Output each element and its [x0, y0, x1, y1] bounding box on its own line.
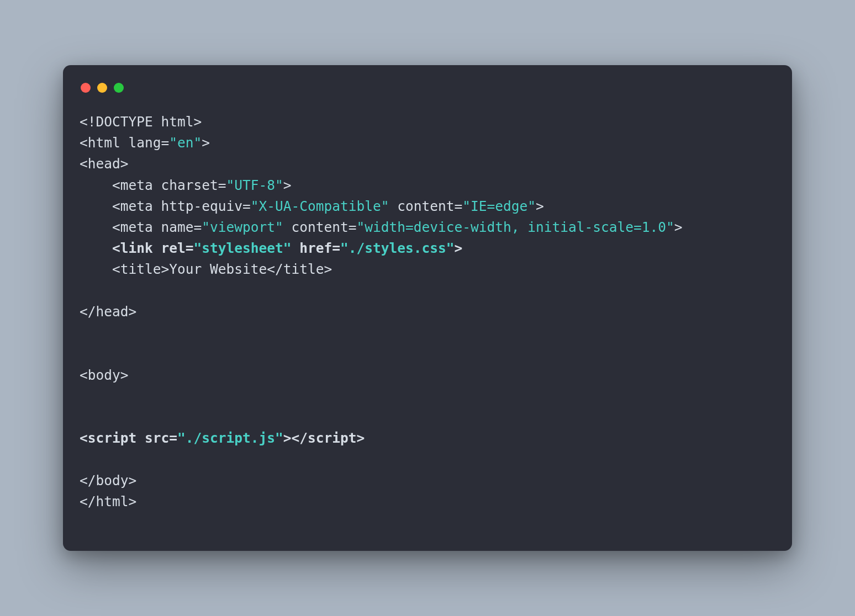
code-line-6: <meta name="viewport" content="width=dev… [80, 219, 683, 235]
code-blank-6 [80, 451, 88, 467]
code-line-5: <meta http-equiv="X-UA-Compatible" conte… [80, 198, 544, 214]
code-line-1: <!DOCTYPE html> [80, 114, 202, 130]
code-line-12: </body> [80, 472, 136, 488]
code-blank-3 [80, 346, 88, 362]
code-blank-2 [80, 325, 88, 341]
code-line-2: <html lang="en"> [80, 135, 210, 151]
code-line-7: <link rel="stylesheet" href="./styles.cs… [80, 240, 462, 256]
minimize-icon[interactable] [97, 83, 107, 93]
code-blank-5 [80, 409, 88, 425]
code-block: <!DOCTYPE html> <html lang="en"> <head> … [80, 111, 775, 512]
code-line-13: </html> [80, 493, 136, 509]
maximize-icon[interactable] [114, 83, 124, 93]
code-line-9: </head> [80, 304, 136, 320]
code-line-11: <script src="./script.js"></script> [80, 430, 365, 446]
code-line-10: <body> [80, 367, 129, 383]
code-line-8: <title>Your Website</title> [80, 261, 332, 277]
code-line-4: <meta charset="UTF-8"> [80, 177, 292, 193]
code-window: <!DOCTYPE html> <html lang="en"> <head> … [63, 65, 792, 551]
code-line-3: <head> [80, 156, 129, 172]
code-blank-4 [80, 388, 88, 404]
window-titlebar [80, 79, 775, 111]
close-icon[interactable] [81, 83, 91, 93]
code-blank-1 [80, 283, 88, 299]
